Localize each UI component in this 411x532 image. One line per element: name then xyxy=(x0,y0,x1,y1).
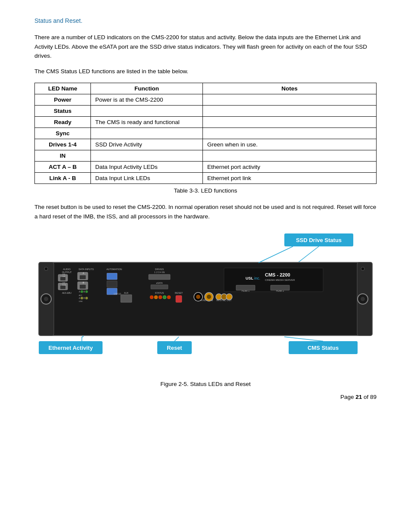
table-row: ACT A – B Data Input Activity LEDs Ether… xyxy=(35,162,377,173)
led-name-cell: Ready xyxy=(35,117,91,128)
notes-cell: Ethernet port activity xyxy=(203,162,377,173)
svg-text:AES-EBU: AES-EBU xyxy=(62,292,72,294)
function-cell: Data Input Link LEDs xyxy=(91,173,203,184)
svg-text:eSATA: eSATA xyxy=(156,282,163,284)
svg-text:CMS Status: CMS Status xyxy=(308,345,339,351)
svg-text:DRIVES: DRIVES xyxy=(155,268,164,271)
svg-point-11 xyxy=(361,267,364,271)
function-cell: Data Input Activity LEDs xyxy=(91,162,203,173)
led-name-cell: IN xyxy=(35,150,91,162)
reset-text: The reset button is be used to reset the… xyxy=(34,202,377,221)
svg-point-31 xyxy=(81,290,83,293)
table-row: Status xyxy=(35,106,377,117)
body-text-1: There are a number of LED indicators on … xyxy=(34,33,377,61)
svg-text:B: B xyxy=(84,291,85,293)
svg-text:LINK: LINK xyxy=(79,300,83,302)
svg-rect-59 xyxy=(176,296,182,302)
notes-cell xyxy=(203,94,377,106)
function-cell: SSD Drive Activity xyxy=(91,139,203,150)
svg-text:Reset: Reset xyxy=(167,345,182,351)
svg-point-6 xyxy=(44,297,48,301)
svg-point-7 xyxy=(44,267,48,271)
figure-caption: Figure 2-5. Status LEDs and Reset xyxy=(34,381,377,387)
table-row: Power Power is at the CMS-2200 xyxy=(35,94,377,106)
svg-point-33 xyxy=(85,290,88,293)
svg-point-57 xyxy=(167,296,171,299)
section-title: Status and Reset. xyxy=(34,17,377,24)
led-name-cell: Link A - B xyxy=(35,173,91,184)
table-row: IN xyxy=(35,150,377,162)
function-cell xyxy=(91,128,203,139)
svg-line-89 xyxy=(258,246,293,263)
svg-text:CMS - 2200: CMS - 2200 xyxy=(265,272,290,277)
col-header-notes: Notes xyxy=(203,83,377,94)
svg-rect-49 xyxy=(149,274,170,280)
svg-text:1-8: 1-8 xyxy=(62,275,65,277)
led-name-cell: ACT A – B xyxy=(35,162,91,173)
notes-cell: Ethernet port link xyxy=(203,173,377,184)
svg-text:A: A xyxy=(79,297,80,299)
led-name-cell: Drives 1-4 xyxy=(35,139,91,150)
svg-rect-66 xyxy=(236,285,255,290)
svg-rect-25 xyxy=(80,275,86,279)
svg-text:A: A xyxy=(79,291,80,293)
function-cell xyxy=(91,106,203,117)
led-name-cell: Sync xyxy=(35,128,91,139)
table-row: Sync xyxy=(35,128,377,139)
function-cell: Power is at the CMS-2200 xyxy=(91,94,203,106)
svg-text:DATA INPUTS: DATA INPUTS xyxy=(78,268,94,271)
table-row: Ready The CMS is ready and functional xyxy=(35,117,377,128)
svg-text:AUTOMATION: AUTOMATION xyxy=(106,268,122,271)
svg-point-77 xyxy=(226,294,232,300)
led-name-cell: Power xyxy=(35,94,91,106)
col-header-led-name: LED Name xyxy=(35,83,91,94)
notes-cell xyxy=(203,150,377,162)
svg-line-85 xyxy=(174,337,179,341)
table-row: Link A - B Data Input Link LEDs Ethernet… xyxy=(35,173,377,184)
svg-text:B: B xyxy=(84,297,85,299)
svg-text:AUDIO: AUDIO xyxy=(63,268,71,271)
svg-point-38 xyxy=(85,297,88,299)
svg-point-36 xyxy=(81,297,83,299)
notes-cell xyxy=(203,117,377,128)
notes-cell xyxy=(203,128,377,139)
svg-line-88 xyxy=(284,337,323,341)
svg-text:AUX: AUX xyxy=(124,292,129,294)
svg-rect-46 xyxy=(121,295,132,302)
svg-text:inc.: inc. xyxy=(254,276,260,280)
svg-text:Ethernet Activity: Ethernet Activity xyxy=(49,345,93,351)
table-row: Drives 1-4 SSD Drive Activity Green when… xyxy=(35,139,377,150)
svg-rect-28 xyxy=(80,285,86,289)
led-name-cell: Status xyxy=(35,106,91,117)
svg-point-54 xyxy=(154,296,158,299)
svg-rect-68 xyxy=(271,285,290,290)
svg-point-55 xyxy=(159,296,162,299)
svg-text:SSD Drive Status: SSD Drive Status xyxy=(296,237,342,243)
svg-point-73 xyxy=(207,295,211,299)
svg-rect-51 xyxy=(151,285,168,289)
page-number: Page 21 of 89 xyxy=(340,394,377,400)
function-cell: The CMS is ready and functional xyxy=(91,117,203,128)
svg-point-56 xyxy=(163,296,166,299)
svg-text:STATUS: STATUS xyxy=(155,292,164,294)
svg-point-10 xyxy=(361,297,365,301)
svg-text:USL: USL xyxy=(246,276,254,280)
function-cell xyxy=(91,150,203,162)
svg-text:CINEMA MEDIA SERVER: CINEMA MEDIA SERVER xyxy=(265,279,295,281)
svg-point-71 xyxy=(196,295,200,299)
svg-rect-15 xyxy=(60,277,65,280)
table-intro: The CMS Status LED functions are listed … xyxy=(34,67,377,76)
svg-text:9-16: 9-16 xyxy=(62,284,66,286)
svg-rect-41 xyxy=(107,273,117,280)
notes-cell xyxy=(203,106,377,117)
status-reset-diagram: SSD Drive Status AUDIO OUTPUT C xyxy=(34,230,377,376)
led-table: LED Name Function Notes Power Power is a… xyxy=(34,83,377,184)
svg-point-53 xyxy=(150,296,153,299)
svg-text:ACT: ACT xyxy=(79,294,83,296)
notes-cell: Green when in use. xyxy=(203,139,377,150)
svg-rect-42 xyxy=(107,281,117,287)
table-caption: Table 3-3. LED functions xyxy=(34,187,377,194)
svg-text:RESET: RESET xyxy=(175,292,183,294)
svg-text:USB 3.0: USB 3.0 xyxy=(114,293,121,295)
col-header-function: Function xyxy=(91,83,203,94)
